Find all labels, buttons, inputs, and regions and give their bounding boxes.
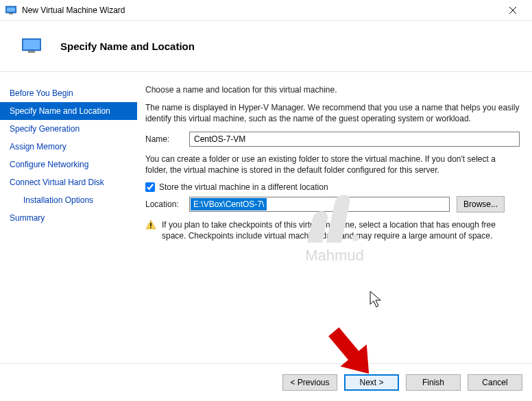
finish-button[interactable]: Finish [406,374,461,391]
close-button[interactable] [499,0,527,21]
svg-rect-5 [28,51,35,53]
store-checkbox-row: Store the virtual machine in a different… [145,182,520,192]
name-label: Name: [145,134,189,144]
page-title: Specify Name and Location [60,40,195,52]
svg-rect-1 [7,8,15,12]
sidebar-step-name-location[interactable]: Specify Name and Location [0,102,137,120]
browse-button[interactable]: Browse... [457,196,505,212]
app-icon [5,5,16,16]
sidebar-step-vhd[interactable]: Connect Virtual Hard Disk [0,173,137,191]
name-desc-text: The name is displayed in Hyper-V Manager… [145,102,520,124]
intro-text: Choose a name and location for this virt… [145,84,520,95]
location-desc-text: You can create a folder or use an existi… [145,154,520,175]
previous-button[interactable]: < Previous [282,374,337,391]
sidebar-step-network[interactable]: Configure Networking [0,156,137,173]
next-button[interactable]: Next > [344,374,399,391]
wizard-footer: < Previous Next > Finish Cancel [0,363,532,400]
wizard-header: Specify Name and Location [0,21,532,72]
svg-rect-4 [23,40,40,49]
location-label: Location: [145,199,189,209]
store-checkbox-label: Store the virtual machine in a different… [159,182,328,192]
sidebar-step-install[interactable]: Installation Options [0,191,137,209]
svg-rect-6 [150,223,152,226]
watermark-text: Mahmud [305,247,364,265]
monitor-icon [22,38,41,53]
sidebar-step-summary[interactable]: Summary [0,209,137,227]
warning-row: If you plan to take checkpoints of this … [145,219,520,241]
window-title: New Virtual Machine Wizard [22,5,499,15]
location-row: Location: E:\VBox\CentOS-7\ Browse... [145,196,520,212]
svg-rect-2 [9,13,13,14]
wizard-sidebar: Before You Begin Specify Name and Locati… [0,72,137,363]
sidebar-step-memory[interactable]: Assign Memory [0,138,137,156]
svg-rect-7 [150,227,152,228]
titlebar: New Virtual Machine Wizard [0,0,532,21]
close-icon [509,7,516,14]
location-value: E:\VBox\CentOS-7\ [191,198,267,210]
wizard-body: Before You Begin Specify Name and Locati… [0,72,532,363]
sidebar-step-before[interactable]: Before You Begin [0,84,137,102]
wizard-content: Choose a name and location for this virt… [137,72,532,363]
location-input[interactable]: E:\VBox\CentOS-7\ [189,197,450,212]
sidebar-step-generation[interactable]: Specify Generation [0,120,137,138]
store-checkbox[interactable] [145,182,155,192]
cancel-button[interactable]: Cancel [468,374,522,391]
warning-icon [145,219,156,230]
name-input[interactable] [189,132,520,147]
warning-text: If you plan to take checkpoints of this … [162,219,520,241]
name-row: Name: [145,132,520,147]
